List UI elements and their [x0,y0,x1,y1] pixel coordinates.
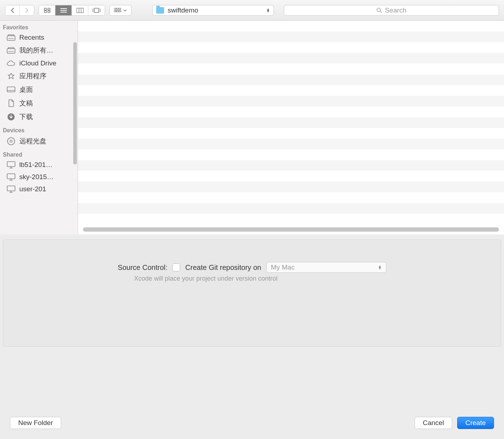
table-row[interactable] [78,21,504,31]
sidebar-item-label: Recents [19,34,44,41]
sidebar-item-shared-1[interactable]: sky-2015… [0,171,78,183]
arrange-button[interactable] [109,5,132,16]
arrange-icon [114,8,121,13]
sidebar-item-label: sky-2015… [19,173,54,181]
cancel-label: Cancel [423,419,444,427]
table-row[interactable] [78,139,504,149]
downloads-icon [6,113,16,121]
path-name: swiftdemo [168,6,263,14]
search-field[interactable]: Search [284,5,499,16]
body-split: Favorites Recents 我的所有… iCloud Drive 应用程… [0,21,504,235]
sidebar-section-shared: Shared [0,148,78,159]
table-row[interactable] [78,74,504,85]
svg-rect-2 [44,11,46,13]
sidebar-section-favorites: Favorites [0,21,78,31]
svg-rect-25 [8,48,14,49]
source-control-row: Source Control: Create Git repository on… [3,262,501,273]
table-row[interactable] [78,117,504,128]
new-folder-button[interactable]: New Folder [10,417,61,429]
svg-rect-21 [7,36,15,40]
forward-button[interactable] [20,5,34,15]
table-row[interactable] [78,96,504,107]
sidebar-item-remotedisc[interactable]: 远程光盘 [0,134,78,148]
create-button[interactable]: Create [457,417,494,429]
sidebar-item-recents[interactable]: Recents [0,31,78,44]
sidebar-item-shared-2[interactable]: user-201 [0,183,78,195]
horizontal-scrollbar[interactable] [83,227,499,232]
path-popup[interactable]: swiftdemo ▲▼ [152,5,274,16]
svg-rect-17 [117,10,118,12]
svg-rect-22 [8,35,14,36]
sidebar-item-label: 文稿 [19,99,33,108]
recents-icon [6,34,16,41]
svg-rect-11 [94,8,99,13]
svg-line-20 [380,11,382,13]
table-row[interactable] [78,149,504,160]
table-row[interactable] [78,31,504,42]
monitor-icon [6,173,16,181]
options-panel: Source Control: Create Git repository on… [3,240,501,347]
svg-rect-24 [7,49,15,53]
table-row[interactable] [78,214,504,225]
svg-rect-13 [114,8,116,9]
svg-point-30 [8,138,15,145]
view-icons-button[interactable] [39,5,55,15]
git-location-value: My Mac [271,263,295,271]
table-row[interactable] [78,42,504,53]
table-row[interactable] [78,160,504,171]
svg-rect-38 [7,186,15,191]
git-checkbox-label: Create Git repository on [185,263,261,272]
view-mode-group [39,5,105,16]
table-row[interactable] [78,85,504,96]
search-icon [376,8,382,13]
view-columns-button[interactable] [72,5,88,15]
toolbar: swiftdemo ▲▼ Search [0,0,504,21]
sidebar-section-devices: Devices [0,124,78,134]
cancel-button[interactable]: Cancel [415,417,452,429]
sidebar-item-docs[interactable]: 文稿 [0,97,78,110]
svg-rect-27 [7,87,15,92]
sidebar-item-label: 我的所有… [19,46,53,55]
table-row[interactable] [78,107,504,117]
svg-rect-18 [119,10,121,12]
svg-rect-35 [7,174,15,179]
table-row[interactable] [78,182,504,192]
svg-rect-1 [48,8,50,10]
table-row[interactable] [78,203,504,214]
table-row[interactable] [78,53,504,64]
svg-rect-7 [76,8,83,13]
desktop-icon [6,86,16,94]
back-button[interactable] [5,5,20,15]
table-row[interactable] [78,171,504,182]
sidebar-item-label: iCloud Drive [19,59,56,67]
sidebar-item-icloud[interactable]: iCloud Drive [0,57,78,69]
sidebar-item-shared-0[interactable]: lb51-201… [0,159,78,171]
sidebar-item-label: lb51-201… [19,161,53,169]
monitor-icon [6,185,16,193]
view-list-button[interactable] [55,5,72,15]
table-row[interactable] [78,192,504,203]
file-list[interactable] [78,21,504,235]
table-row[interactable] [78,128,504,139]
docs-icon [6,99,16,107]
sidebar-scrollbar[interactable] [73,42,77,164]
svg-rect-32 [7,162,15,167]
folder-icon [156,7,164,14]
git-checkbox[interactable] [172,263,180,271]
view-coverflow-button[interactable] [88,5,105,15]
git-location-select[interactable]: My Mac ▲▼ [266,262,386,273]
apps-icon [6,72,16,80]
chevron-down-icon [123,9,127,11]
sidebar-item-allfiles[interactable]: 我的所有… [0,44,78,57]
monitor-icon [6,161,16,169]
cloud-icon [6,59,16,67]
bottom-bar: New Folder Cancel Create [0,350,504,439]
stepper-icon: ▲▼ [378,265,382,270]
sidebar-item-downloads[interactable]: 下载 [0,110,78,124]
source-control-subtext: Xcode will place your project under vers… [3,275,501,282]
sidebar-item-desktop[interactable]: 桌面 [0,83,78,97]
sidebar-item-apps[interactable]: 应用程序 [0,69,78,83]
svg-rect-14 [117,8,118,9]
stepper-icon: ▲▼ [266,8,270,13]
table-row[interactable] [78,64,504,74]
